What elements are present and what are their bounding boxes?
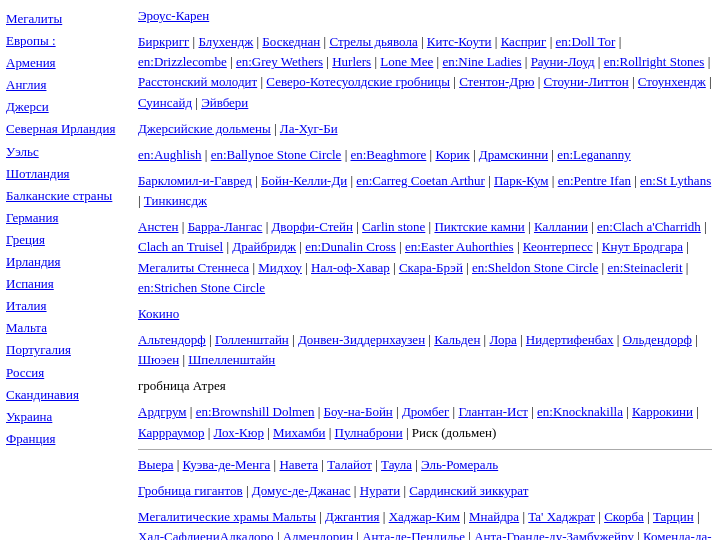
link-easter[interactable]: en:Easter Auhorthies [405,239,514,254]
link-rollright[interactable]: en:Rollright Stones [604,54,705,69]
link-stoney[interactable]: Стоуни-Литтон [544,74,629,89]
link-drizzlecombe[interactable]: en:Drizzlecombe [138,54,227,69]
link-sheldon[interactable]: en:Sheldon Stone Circle [472,260,598,275]
link-bluehenge[interactable]: Блухендж [198,34,253,49]
sidebar-item-wales[interactable]: Уэльс [6,141,124,163]
sidebar-item-italy[interactable]: Италия [6,295,124,317]
link-barclodiad[interactable]: Баркломил-и-Гавред [138,173,252,188]
link-grey-wethers[interactable]: en:Grey Wethers [236,54,323,69]
link-ggantija[interactable]: Джгантия [325,509,380,524]
link-ardgroom[interactable]: Ардгрум [138,404,187,419]
sidebar-item-balkans[interactable]: Балканские страны [6,185,124,207]
sidebar-item-greece[interactable]: Греция [6,229,124,251]
link-altendorf[interactable]: Альтендорф [138,332,206,347]
link-almendres[interactable]: Алмендорин [283,529,353,540]
link-bru-na-boinne[interactable]: Боу-на-Бойн [324,404,393,419]
sidebar-item-spain[interactable]: Испания [6,273,124,295]
link-karraumore[interactable]: Каррраумор [138,425,204,440]
sidebar-item-ireland[interactable]: Ирландия [6,251,124,273]
link-stanton-drew[interactable]: Стентон-Дрю [459,74,534,89]
sidebar-item-ukraine[interactable]: Украина [6,406,124,428]
link-stennes[interactable]: Мегалиты Стеннеса [138,260,249,275]
link-tarcin[interactable]: Тарцин [653,509,694,524]
link-arrows[interactable]: Эроус-Карен [138,8,209,23]
link-poulnabrone[interactable]: Пулнаброни [335,425,403,440]
sidebar-item-scandinavia[interactable]: Скандинавия [6,384,124,406]
link-sardinian-zigurat[interactable]: Сардинский зиккурат [409,483,528,498]
link-legananny[interactable]: en:Legananny [557,147,631,162]
link-shuyen[interactable]: Шюэен [138,352,179,367]
link-la-hougue[interactable]: Ла-Хуг-Би [280,121,338,136]
sidebar-item-portugal[interactable]: Португалия [6,339,124,361]
link-steinaclerit[interactable]: en:Steinaclerit [607,260,682,275]
link-knocknakilla[interactable]: en:Knocknakilla [537,404,623,419]
link-anta-pendilhe[interactable]: Анта-де-Пендилье [362,529,465,540]
sidebar-item-england[interactable]: Англия [6,74,124,96]
link-swinside[interactable]: Суинсайд [138,95,192,110]
link-karrokini[interactable]: Каррокини [632,404,693,419]
link-avebury[interactable]: Эйвбери [201,95,248,110]
link-korik[interactable]: Корик [435,147,469,162]
link-cotswold[interactable]: Северо-Котесуолдские гробницы [266,74,450,89]
link-glantan[interactable]: Глантан-Ист [458,404,528,419]
link-kokino[interactable]: Кокино [138,306,179,321]
link-stonehenge[interactable]: Стоунхендж [638,74,706,89]
sidebar-item-jersey[interactable]: Джерси [6,96,124,118]
link-ballynoe[interactable]: en:Ballynoe Stone Circle [211,147,342,162]
link-knap[interactable]: Нал-оф-Хавар [311,260,390,275]
link-el-romeral[interactable]: Эль-Ромераль [421,457,498,472]
link-donven[interactable]: Донвен-Зиддернхаузен [298,332,425,347]
link-lora[interactable]: Лора [489,332,516,347]
link-parc-cwm[interactable]: Парк-Кум [494,173,549,188]
link-talayot[interactable]: Талайот [327,457,372,472]
link-nine-ladies[interactable]: en:Nine Ladies [442,54,521,69]
sidebar-item-france[interactable]: Франция [6,428,124,450]
link-hal-saflieni[interactable]: Хал-СафлиениАлкалоро [138,529,274,540]
link-barra-langass[interactable]: Барра-Лангас [188,219,263,234]
link-malta-temples[interactable]: Мегалитические храмы Мальты [138,509,316,524]
link-mnajdra[interactable]: Мнайдра [469,509,519,524]
sidebar-item-germany[interactable]: Германия [6,207,124,229]
sidebar-item-megality[interactable]: МегалитыЕвропы : [6,8,124,52]
link-midhowe[interactable]: Мидхоу [258,260,302,275]
link-tinkinswood[interactable]: Тинкинсдж [144,193,207,208]
link-hagar-qim[interactable]: Хаджар-Ким [389,509,460,524]
link-beaghmore[interactable]: en:Beaghmore [350,147,426,162]
link-ansten[interactable]: Анстен [138,219,179,234]
link-kits-coty[interactable]: Китс-Коути [427,34,492,49]
link-doll-tor[interactable]: en:Doll Tor [556,34,616,49]
link-spellenshtayn[interactable]: Шпелленштайн [188,352,275,367]
link-pentre-ifan[interactable]: en:Pentre Ifan [558,173,631,188]
link-birkrigg[interactable]: Биркригг [138,34,189,49]
sidebar-item-scotland[interactable]: Шотландия [6,163,124,185]
link-st-lythans[interactable]: en:St Lythans [640,173,711,188]
link-devil-arrows[interactable]: Стрелы дьявола [329,34,417,49]
link-skara-brae[interactable]: Скара-Брэй [399,260,463,275]
link-callanish[interactable]: Каллании [534,219,588,234]
link-kalden[interactable]: Кальден [434,332,480,347]
link-dwarfie[interactable]: Дворфи-Стейн [272,219,354,234]
link-rowni[interactable]: Рауни-Лоуд [531,54,595,69]
link-jersey-dolmens[interactable]: Джерсийские дольмены [138,121,271,136]
sidebar-item-malta[interactable]: Мальта [6,317,124,339]
link-dunalin[interactable]: en:Dunalin Cross [305,239,396,254]
link-lone-mee[interactable]: Lone Mee [380,54,433,69]
link-drumskini[interactable]: Драмскинни [479,147,548,162]
sidebar-item-nireland[interactable]: Северная Ирландия [6,118,124,140]
link-domus[interactable]: Домус-де-Джанас [252,483,351,498]
link-pictish[interactable]: Пиктские камни [434,219,524,234]
link-kasprig[interactable]: Касприг [501,34,547,49]
link-naveta[interactable]: Навета [279,457,318,472]
link-gollenstein[interactable]: Голленштайн [215,332,289,347]
link-brownshill[interactable]: en:Brownshill Dolmen [196,404,315,419]
link-nidertifenbakh[interactable]: Нидертифенбах [526,332,614,347]
link-hurlers[interactable]: Hurlers [332,54,371,69]
link-ta-hagrat[interactable]: Ta' Хаджрат [528,509,595,524]
link-mikhambi[interactable]: Михамби [273,425,325,440]
link-oldendorf[interactable]: Ольдендорф [623,332,692,347]
link-lough-gur[interactable]: Лох-Кюр [214,425,264,440]
link-drybridge[interactable]: Драйбридж [232,239,296,254]
link-bryn-celli-ddu[interactable]: Бойн-Келли-Ди [261,173,347,188]
link-nuraghi[interactable]: Нурати [360,483,400,498]
link-boskednan[interactable]: Боскеднан [262,34,320,49]
